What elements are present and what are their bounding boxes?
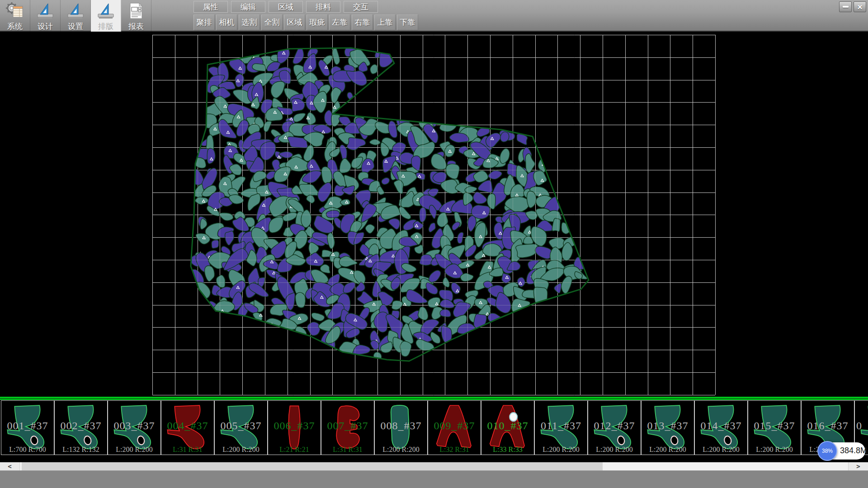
pattern-thumbnail-012_#37[interactable]: 012_#37L:200 R:200 xyxy=(588,400,641,455)
mode-button-报表[interactable]: 报表 xyxy=(121,0,151,32)
action-button-选割[interactable]: 选割 xyxy=(239,14,260,30)
close-button[interactable]: × xyxy=(854,1,866,12)
ruler-icon xyxy=(66,1,85,20)
action-button-上靠[interactable]: 上靠 xyxy=(374,14,396,30)
ruler-icon xyxy=(96,1,115,20)
action-button-瑕疵[interactable]: 瑕疵 xyxy=(307,14,328,30)
thumbnail-quantity-label: L:33 R:33 xyxy=(481,446,534,454)
pattern-thumbnail-008_#37[interactable]: 008_#37L:200 R:200 xyxy=(374,400,428,455)
thumbnail-id-label: 014_#37 xyxy=(695,420,747,432)
thumbnail-quantity-label: L:200 R:200 xyxy=(642,446,694,454)
thumbnail-quantity-label: L:200 R:200 xyxy=(215,446,267,454)
menu-item-区域[interactable]: 区域 xyxy=(269,1,303,13)
window-controls: × xyxy=(839,1,866,12)
pattern-thumbnail-015_#37[interactable]: 015_#37L:200 R:200 xyxy=(748,400,801,455)
thumbnail-id-label: 0 xyxy=(855,420,868,432)
thumbnail-quantity-label: L:200 R:200 xyxy=(695,446,747,454)
thumbnail-id-label: 010_#37 xyxy=(481,420,534,432)
pattern-thumbnail-004_#37[interactable]: 004_#37L:31 R:31 xyxy=(161,400,214,455)
mode-label: 设置 xyxy=(68,21,83,32)
menu-item-属性[interactable]: 属性 xyxy=(193,1,228,13)
system-icon xyxy=(5,1,24,20)
action-button-下靠[interactable]: 下靠 xyxy=(397,14,418,30)
mode-label: 系统 xyxy=(7,21,23,32)
thumbnail-quantity-label: L:700 R:700 xyxy=(1,446,54,454)
ruler-icon xyxy=(36,1,55,20)
scroll-left-button[interactable]: < xyxy=(0,462,20,470)
thumbnail-id-label: 008_#37 xyxy=(375,420,427,432)
menu-item-排料[interactable]: 排料 xyxy=(306,1,340,13)
pattern-thumbnail-001_#37[interactable]: 001_#37L:700 R:700 xyxy=(1,400,54,455)
menu-bar: 属性编辑区域排料交互 xyxy=(193,1,378,13)
thumbnail-id-label: 006_#37 xyxy=(268,420,321,432)
close-icon: × xyxy=(857,3,862,11)
action-button-相机[interactable]: 相机 xyxy=(216,14,237,30)
mode-button-系统[interactable]: 系统 xyxy=(0,0,30,32)
thumbnail-id-label: 002_#37 xyxy=(55,420,107,432)
thumbnail-id-label: 001_#37 xyxy=(1,420,54,432)
pattern-thumbnail-002_#37[interactable]: 002_#37L:132 R:132 xyxy=(54,400,108,455)
action-button-全割[interactable]: 全割 xyxy=(261,14,283,30)
pattern-thumbnail-010_#37[interactable]: 010_#37L:33 R:33 xyxy=(481,400,534,455)
pattern-thumbnail-007_#37[interactable]: 007_#37L:31 R:31 xyxy=(321,400,374,455)
thumbnail-id-label: 016_#37 xyxy=(802,420,854,432)
thumbnail-quantity-label: L:200 R:200 xyxy=(748,446,801,454)
scrollbar-thumb[interactable] xyxy=(22,462,603,470)
pattern-thumbnail-011_#37[interactable]: 011_#37L:200 R:200 xyxy=(534,400,588,455)
mode-button-排版[interactable]: 排版 xyxy=(91,0,121,32)
thumbnail-quantity-label: L:32 R:31 xyxy=(428,446,481,454)
pattern-thumbnail-013_#37[interactable]: 013_#37L:200 R:200 xyxy=(641,400,694,455)
report-icon xyxy=(127,1,146,20)
thumbnail-quantity-label: L:200 R:200 xyxy=(535,446,587,454)
minimize-icon xyxy=(843,6,849,8)
thumbnail-quantity-label: L:200 R:200 xyxy=(108,446,160,454)
action-button-左靠[interactable]: 左靠 xyxy=(329,14,350,30)
thumbnail-id-label: 011_#37 xyxy=(535,420,587,432)
thumbnail-id-label: 005_#37 xyxy=(215,420,267,432)
thumbnail-id-label: 013_#37 xyxy=(642,420,694,432)
pattern-thumbnail-005_#37[interactable]: 005_#37L:200 R:200 xyxy=(214,400,268,455)
mode-button-设置[interactable]: 设置 xyxy=(61,0,91,32)
strip-divider xyxy=(0,397,868,400)
thumbnail-quantity-label: L:200 R:200 xyxy=(588,446,641,454)
thumbnail-id-label: 012_#37 xyxy=(588,420,641,432)
thumbnail-quantity-label: L:21 R:21 xyxy=(268,446,321,454)
thumbnail-id-label: 015_#37 xyxy=(748,420,801,432)
pattern-thumbnail-006_#37[interactable]: 006_#37L:21 R:21 xyxy=(268,400,321,455)
action-button-区域[interactable]: 区域 xyxy=(284,14,305,30)
mode-button-group: 系统设计设置排版报表 xyxy=(0,0,151,32)
nesting-canvas[interactable] xyxy=(0,32,868,397)
mode-label: 设计 xyxy=(38,21,53,32)
menu-item-编辑[interactable]: 编辑 xyxy=(231,1,265,13)
menu-item-交互[interactable]: 交互 xyxy=(344,1,378,13)
thumbnail-quantity-label: L:132 R:132 xyxy=(55,446,107,454)
mode-label: 报表 xyxy=(128,21,144,32)
action-button-row: 聚排相机选割全割区域瑕疵左靠右靠上靠下靠 xyxy=(193,14,418,30)
thumbnail-id-label: 003_#37 xyxy=(108,420,160,432)
pattern-thumbnail-003_#37[interactable]: 003_#37L:200 R:200 xyxy=(108,400,161,455)
progress-circle: 38% xyxy=(817,441,837,461)
progress-percent-label: 38% xyxy=(822,448,833,454)
memory-badge: 384.8M 38% xyxy=(817,441,866,461)
thumbnail-id-label: 007_#37 xyxy=(321,420,374,432)
horizontal-scrollbar[interactable]: < > xyxy=(0,462,868,470)
pattern-thumbnail-009_#37[interactable]: 009_#37L:32 R:31 xyxy=(428,400,481,455)
minimize-button[interactable] xyxy=(839,1,852,12)
mode-label: 排版 xyxy=(98,21,113,32)
pattern-thumbnail-014_#37[interactable]: 014_#37L:200 R:200 xyxy=(694,400,748,455)
window-bottom-edge xyxy=(0,470,868,488)
thumbnail-quantity-label: L:31 R:31 xyxy=(321,446,374,454)
pattern-thumbnail-strip: 001_#37L:700 R:700002_#37L:132 R:132003_… xyxy=(0,400,868,455)
thumbnail-id-label: 004_#37 xyxy=(161,420,214,432)
memory-size-label: 384.8M xyxy=(840,446,867,455)
mode-button-设计[interactable]: 设计 xyxy=(30,0,61,32)
main-toolbar: 系统设计设置排版报表 属性编辑区域排料交互 聚排相机选割全割区域瑕疵左靠右靠上靠… xyxy=(0,0,868,32)
action-button-聚排[interactable]: 聚排 xyxy=(193,14,215,30)
action-button-右靠[interactable]: 右靠 xyxy=(352,14,373,30)
thumbnail-id-label: 009_#37 xyxy=(428,420,481,432)
scroll-right-button[interactable]: > xyxy=(848,462,868,470)
thumbnail-quantity-label: L:200 R:200 xyxy=(375,446,427,454)
thumbnail-quantity-label: L:31 R:31 xyxy=(161,446,214,454)
